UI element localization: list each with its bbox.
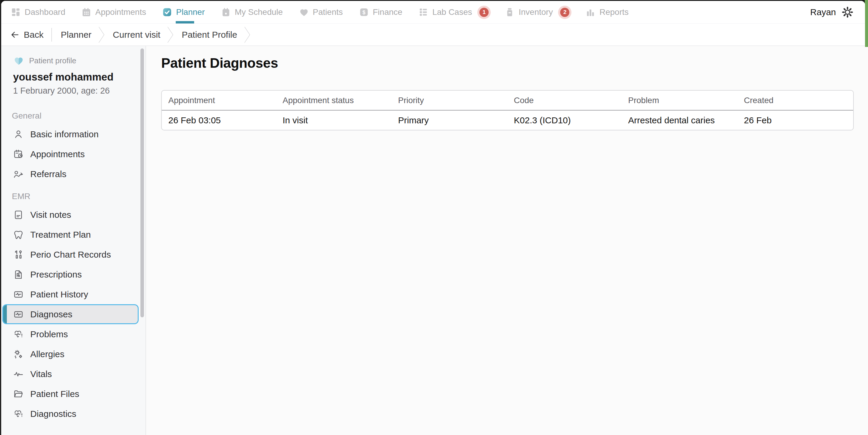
sidebar-item-label: Problems <box>30 329 68 339</box>
table-cell: 26 Feb 03:05 <box>162 110 276 130</box>
sidebar-item-label: Patient Files <box>30 389 79 399</box>
prescription-icon <box>13 269 24 280</box>
nav-item-inventory[interactable]: Inventory2 <box>505 1 569 24</box>
table-cell: In visit <box>276 110 392 130</box>
sidebar-item-label: Visit notes <box>30 210 71 220</box>
sidebar-item-diagnostics[interactable]: Diagnostics <box>1 404 146 424</box>
back-button[interactable]: Back <box>10 30 44 40</box>
breadcrumb-bar: Back PlannerCurrent visitPatient Profile <box>1 24 865 46</box>
user-name[interactable]: Rayan <box>810 7 836 17</box>
chevron-right-icon <box>244 26 251 44</box>
reports-icon <box>585 7 595 17</box>
nav-item-label: My Schedule <box>235 7 283 17</box>
main-content: Patient Diagnoses AppointmentAppointment… <box>146 46 865 435</box>
nav-item-label: Lab Cases <box>432 7 472 17</box>
sidebar-item-allergies[interactable]: Allergies <box>1 344 146 364</box>
nav-item-appointments[interactable]: Appointments <box>81 1 146 24</box>
column-header-appointment-status: Appointment status <box>276 91 392 110</box>
sidebar-item-label: Treatment Plan <box>30 230 91 240</box>
appointments-icon <box>81 7 91 17</box>
sidebar-item-label: Basic information <box>30 129 98 139</box>
breadcrumb: PlannerCurrent visitPatient Profile <box>53 24 251 46</box>
sidebar-item-visit-notes[interactable]: Visit notes <box>1 205 146 225</box>
sidebar-item-problems[interactable]: Problems <box>1 324 146 344</box>
sidebar-item-prescriptions[interactable]: Prescriptions <box>1 264 146 284</box>
nav-item-label: Patients <box>313 7 343 17</box>
tooth-icon <box>13 229 24 240</box>
breadcrumb-divider <box>51 28 52 41</box>
top-nav-items: DashboardAppointmentsPlannerMy ScheduleP… <box>11 1 628 24</box>
sidebar-item-label: Diagnostics <box>30 409 76 419</box>
pulse-card-icon <box>13 309 24 320</box>
back-arrow-icon <box>10 30 20 39</box>
nav-item-dashboard[interactable]: Dashboard <box>11 1 65 24</box>
document-icon <box>13 209 24 220</box>
nav-item-label: Appointments <box>95 7 146 17</box>
breadcrumb-item-planner[interactable]: Planner <box>53 30 98 40</box>
sidebar-section-title: General <box>12 111 146 121</box>
nav-item-patients[interactable]: Patients <box>299 1 343 24</box>
sidebar-item-appointments[interactable]: Appointments <box>1 144 146 164</box>
nav-item-finance[interactable]: $Finance <box>359 1 403 24</box>
diagnoses-table: AppointmentAppointment statusPriorityCod… <box>161 90 854 130</box>
folder-icon <box>13 389 24 399</box>
sidebar-sections: GeneralBasic informationAppointmentsRefe… <box>1 111 146 424</box>
nav-item-lab-cases[interactable]: Lab Cases1 <box>418 1 489 24</box>
patient-name: youssef mohammed <box>13 71 133 83</box>
table-header-row: AppointmentAppointment statusPriorityCod… <box>162 91 853 110</box>
calendar-clock-icon <box>13 149 24 160</box>
my-schedule-icon <box>221 7 231 17</box>
table-cell: 26 Feb <box>737 110 853 130</box>
column-header-created: Created <box>737 91 853 110</box>
dashboard-icon <box>11 7 21 17</box>
sidebar-item-label: Prescriptions <box>30 269 82 280</box>
page-title: Patient Diagnoses <box>161 55 854 71</box>
active-tab-indicator <box>176 21 194 24</box>
table-cell: K02.3 (ICD10) <box>507 110 622 130</box>
heart-alert-icon <box>13 329 24 340</box>
allergy-icon <box>13 349 24 359</box>
column-header-code: Code <box>507 91 622 110</box>
finance-icon: $ <box>359 7 369 17</box>
patient-sidebar: Patient profile youssef mohammed 1 Febru… <box>1 46 146 435</box>
nav-item-planner[interactable]: Planner <box>162 1 205 24</box>
sidebar-item-label: Perio Chart Records <box>30 250 111 260</box>
notification-badge: 2 <box>560 8 569 17</box>
chevron-right-icon <box>167 26 174 44</box>
nav-item-label: Dashboard <box>25 7 65 17</box>
table-row[interactable]: 26 Feb 03:05In visitPrimaryK02.3 (ICD10)… <box>162 110 853 130</box>
pulse-icon <box>13 369 24 379</box>
sidebar-item-diagnoses[interactable]: Diagnoses <box>2 304 138 324</box>
table-cell: Arrested dental caries <box>622 110 737 130</box>
nav-item-reports[interactable]: Reports <box>585 1 628 24</box>
sidebar-item-patient-history[interactable]: Patient History <box>1 284 146 304</box>
notification-badge: 1 <box>479 8 489 17</box>
sidebar-item-label: Patient History <box>30 289 88 299</box>
breadcrumb-item-current-visit[interactable]: Current visit <box>105 30 167 40</box>
gear-icon[interactable] <box>841 6 854 19</box>
app-body: Patient profile youssef mohammed 1 Febru… <box>1 46 865 435</box>
nav-item-label: Inventory <box>519 7 553 17</box>
lab-cases-icon <box>418 7 428 17</box>
svg-text:$: $ <box>363 9 365 16</box>
person-icon <box>13 129 24 140</box>
planner-icon <box>162 7 172 17</box>
nav-item-my-schedule[interactable]: My Schedule <box>221 1 283 24</box>
column-header-priority: Priority <box>392 91 507 110</box>
heart-alert-icon <box>13 409 24 419</box>
sidebar-item-basic-information[interactable]: Basic information <box>1 124 146 144</box>
pulse-card-icon <box>13 289 24 300</box>
desktop-wallpaper-strip <box>865 0 868 47</box>
inventory-icon <box>505 7 515 17</box>
profile-label: Patient profile <box>29 56 76 65</box>
table-cell: Primary <box>392 110 507 130</box>
sidebar-scrollbar-thumb[interactable] <box>141 49 144 317</box>
sidebar-item-perio-chart-records[interactable]: Perio Chart Records <box>1 244 146 264</box>
sidebar-item-treatment-plan[interactable]: Treatment Plan <box>1 225 146 244</box>
sidebar-item-referrals[interactable]: Referrals <box>1 164 146 184</box>
breadcrumb-item-patient-profile[interactable]: Patient Profile <box>174 30 244 40</box>
sidebar-item-label: Diagnoses <box>30 309 72 319</box>
sidebar-item-vitals[interactable]: Vitals <box>1 364 146 384</box>
nav-item-label: Reports <box>599 7 628 17</box>
sidebar-item-patient-files[interactable]: Patient Files <box>1 384 146 404</box>
